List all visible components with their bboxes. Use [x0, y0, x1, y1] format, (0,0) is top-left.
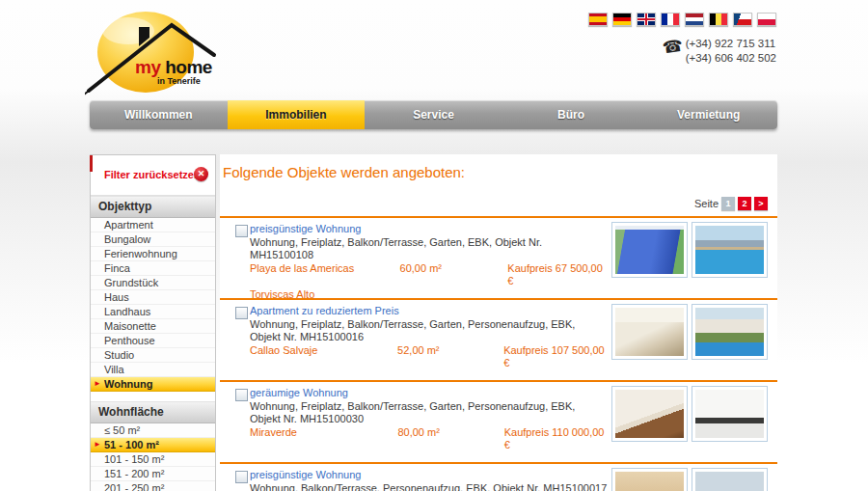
listing-location: Miraverde: [250, 426, 397, 451]
filter-item-51-100-label: 51 - 100 m²: [104, 439, 159, 450]
listing-location: Callao Salvaje: [250, 344, 397, 369]
filter-item-apartment[interactable]: Apartment: [91, 218, 215, 232]
listing-description: Wohnung, Balkon/Terrasse, Personenaufzug…: [250, 482, 609, 491]
filter-item-ferienwohnung[interactable]: Ferienwohnung: [91, 247, 215, 261]
logo-my: my: [135, 57, 160, 77]
logo-text: my home: [135, 57, 212, 78]
reset-filter-x-icon: ✕: [194, 167, 208, 181]
main-navigation: Willkommen Immobilien Service Büro Vermi…: [90, 100, 777, 129]
nav-tab-vermietung[interactable]: Vermietung: [639, 100, 777, 129]
results-panel: Folgende Objekte werden angeboten: Seite…: [220, 154, 777, 491]
listing-checkbox[interactable]: [235, 389, 248, 401]
listing-title-link[interactable]: preisgünstige Wohnung: [250, 469, 609, 481]
listing-details: Playa de las Americas 60,00 m² Kaufpreis…: [250, 262, 609, 287]
listing-title-link[interactable]: Apartment zu reduziertem Preis: [250, 305, 609, 317]
company-logo[interactable]: my home in Tenerife: [85, 4, 239, 96]
logo-home: home: [165, 57, 212, 77]
sidebar-section-gap: [91, 392, 215, 401]
filter-item-bungalow[interactable]: Bungalow: [91, 232, 215, 247]
filter-sidebar: Filter zurücksetzen ✕ Objekttyp Apartmen…: [90, 154, 216, 491]
nav-tab-service[interactable]: Service: [365, 100, 502, 129]
listing-size: 60,00 m²: [400, 262, 508, 287]
pagination: Seite 1 2 >: [694, 197, 768, 210]
listing-description: Wohnung, Freiplatz, Balkon/Terrasse, Gar…: [250, 236, 609, 261]
section-header-objekttyp: Objekttyp: [91, 196, 215, 218]
listing-row: preisgünstige Wohnung Wohnung, Balkon/Te…: [220, 462, 777, 491]
phone-icon: ☎: [662, 39, 684, 56]
pool-photo[interactable]: [692, 222, 768, 278]
pagination-label: Seite: [694, 198, 719, 209]
filter-item-landhaus[interactable]: Landhaus: [91, 305, 215, 319]
page-button-2[interactable]: 2: [738, 197, 751, 210]
phone-number-1: (+34) 922 715 311: [686, 37, 776, 51]
flag-spain-icon[interactable]: [588, 13, 608, 26]
listing-photos: [611, 304, 768, 360]
listing-details: Miraverde 80,00 m² Kaufpreis 110 000,00 …: [250, 426, 609, 451]
filter-item-maisonette[interactable]: Maisonette: [91, 319, 215, 334]
listing-price: Kaufpreis 110 000,00 €: [504, 426, 609, 451]
listing-checkbox[interactable]: [235, 225, 248, 237]
listing-photos: [611, 386, 768, 442]
filter-item-haus[interactable]: Haus: [91, 290, 215, 305]
nav-tab-immobilien[interactable]: Immobilien: [228, 100, 366, 129]
flag-netherlands-icon[interactable]: [685, 13, 704, 26]
filter-item-le-50[interactable]: ≤ 50 m²: [91, 423, 215, 438]
filter-item-wohnung[interactable]: ►Wohnung: [91, 377, 215, 392]
listing-title-link[interactable]: preisgünstige Wohnung: [250, 223, 609, 235]
listing-checkbox[interactable]: [235, 307, 248, 319]
flag-germany-icon[interactable]: [612, 13, 632, 26]
page-next-button[interactable]: >: [754, 197, 768, 210]
listing-description: Wohnung, Freiplatz, Balkon/Terrasse, Gar…: [250, 318, 609, 343]
flag-belgium-icon[interactable]: [709, 13, 728, 26]
selected-arrow-icon: ►: [94, 377, 101, 391]
listing-text: preisgünstige Wohnung Wohnung, Freiplatz…: [250, 223, 609, 301]
filter-item-101-150[interactable]: 101 - 150 m²: [91, 452, 215, 467]
flag-france-icon[interactable]: [661, 13, 680, 26]
listing-description: Wohnung, Freiplatz, Balkon/Terrasse, Gar…: [250, 400, 609, 425]
filter-item-151-200[interactable]: 151 - 200 m²: [91, 467, 215, 481]
listing-list: preisgünstige Wohnung Wohnung, Freiplatz…: [220, 216, 777, 491]
blue-building-photo[interactable]: [611, 222, 688, 278]
listing-price: Kaufpreis 107 500,00 €: [503, 344, 609, 369]
listing-row: geräumige Wohnung Wohnung, Freiplatz, Ba…: [220, 380, 777, 462]
listing-location: Playa de las Americas: [250, 262, 400, 287]
page-title: Folgende Objekte werden angeboten:: [223, 164, 465, 180]
listing-checkbox[interactable]: [235, 471, 248, 483]
reset-filter-label: Filter zurücksetzen: [104, 169, 201, 180]
listing-size: 80,00 m²: [397, 426, 503, 451]
page: my home in Tenerife ☎ (+34) 922 715 311 …: [0, 0, 868, 491]
filter-item-wohnung-label: Wohnung: [104, 378, 153, 390]
filter-item-201-250[interactable]: 201 - 250 m²: [91, 481, 215, 491]
phone-number-2: (+34) 606 402 502: [686, 51, 776, 66]
listing-photos: [611, 468, 768, 491]
kitchen-photo[interactable]: [611, 304, 688, 360]
flag-uk-icon[interactable]: [637, 13, 656, 26]
filter-item-studio[interactable]: Studio: [91, 348, 215, 363]
filter-item-51-100[interactable]: ►51 - 100 m²: [91, 438, 215, 452]
flag-poland-icon[interactable]: [757, 13, 776, 26]
interior-photo[interactable]: [611, 468, 688, 491]
section-header-wohnflaeche: Wohnfläche: [91, 401, 215, 423]
language-flags: [583, 13, 776, 26]
listing-details: Callao Salvaje 52,00 m² Kaufpreis 107 50…: [250, 344, 609, 369]
listing-size: 52,00 m²: [397, 344, 503, 369]
nav-tab-buero[interactable]: Büro: [502, 100, 640, 129]
resort-pool-photo[interactable]: [692, 304, 768, 360]
page-button-1[interactable]: 1: [721, 197, 735, 210]
flag-czech-icon[interactable]: [733, 13, 752, 26]
listing-row: preisgünstige Wohnung Wohnung, Freiplatz…: [220, 216, 777, 298]
logo-subtitle: in Tenerife: [157, 76, 201, 86]
listing-photos: [611, 222, 768, 278]
listing-price: Kaufpreis 67 500,00 €: [507, 262, 609, 287]
filter-item-penthouse[interactable]: Penthouse: [91, 334, 215, 348]
dining-room-photo[interactable]: [611, 386, 688, 442]
white-kitchen-photo[interactable]: [692, 386, 768, 442]
filter-item-villa[interactable]: Villa: [91, 363, 215, 377]
filter-item-grundstueck[interactable]: Grundstück: [91, 276, 215, 290]
coast-view-photo[interactable]: [692, 468, 768, 491]
nav-tab-willkommen[interactable]: Willkommen: [90, 100, 228, 129]
reset-filter-button[interactable]: Filter zurücksetzen ✕: [91, 155, 215, 196]
filter-item-finca[interactable]: Finca: [91, 261, 215, 276]
listing-row: Apartment zu reduziertem Preis Wohnung, …: [220, 298, 777, 380]
listing-title-link[interactable]: geräumige Wohnung: [250, 387, 609, 399]
